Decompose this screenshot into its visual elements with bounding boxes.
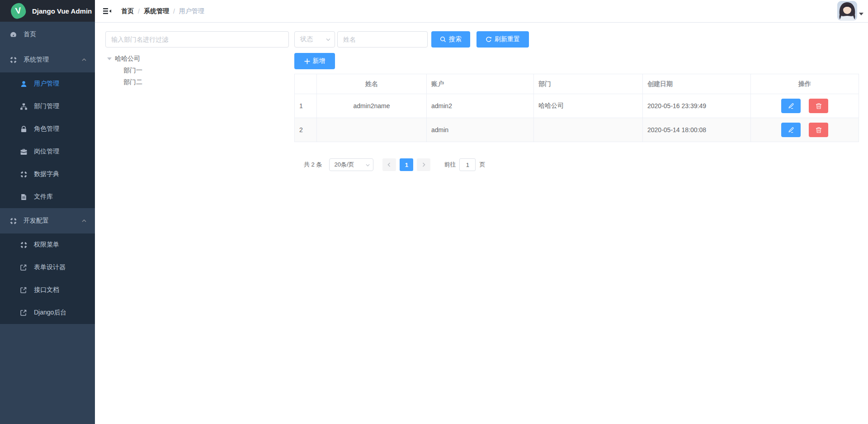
- tree-node-child[interactable]: 部门二: [105, 76, 289, 88]
- cell-index: 2: [295, 118, 317, 142]
- add-button[interactable]: 新增: [294, 53, 335, 69]
- department-panel: 哈哈公司 部门一 部门二: [105, 31, 289, 171]
- briefcase-icon: [19, 148, 28, 156]
- cell-created: 2020-05-16 23:39:49: [643, 94, 751, 118]
- lock-icon: [19, 125, 28, 133]
- component-icon: [9, 56, 17, 64]
- page-number-button[interactable]: 1: [400, 158, 413, 171]
- status-select[interactable]: 状态: [294, 31, 335, 48]
- tree-node-root[interactable]: 哈哈公司: [105, 53, 289, 65]
- sidebar-item-label: 文件库: [34, 193, 53, 201]
- sidebar-item-label: 岗位管理: [34, 148, 59, 156]
- search-button[interactable]: 搜索: [431, 31, 470, 48]
- prev-page-button[interactable]: [382, 158, 396, 171]
- sidebar-item-api-docs[interactable]: 接口文档: [0, 279, 95, 301]
- sidebar-item-label: 表单设计器: [34, 263, 66, 272]
- sidebar-item-roles[interactable]: 角色管理: [0, 118, 95, 140]
- table-row: 2 admin 2020-05-14 18:00:08: [295, 118, 859, 142]
- goto-page-input[interactable]: [459, 158, 476, 171]
- sidebar-item-label: 权限菜单: [34, 241, 59, 249]
- status-select-placeholder: 状态: [300, 35, 313, 43]
- cell-ops: [751, 118, 859, 142]
- sidebar-item-home[interactable]: 首页: [0, 22, 95, 47]
- system-submenu: 用户管理 部门管理 角色管理 岗位管理 数据字典: [0, 72, 95, 208]
- external-link-icon: [19, 309, 28, 317]
- chevron-right-icon: [421, 162, 426, 167]
- pagination: 共 2 条 20条/页 1 前往 页: [294, 158, 859, 171]
- name-search-input[interactable]: [337, 31, 428, 48]
- users-table: 姓名 账户 部门 创建日期 操作 1 admin2name admin2 哈哈公…: [294, 74, 859, 142]
- external-link-icon: [19, 263, 28, 272]
- tree-node-child[interactable]: 部门一: [105, 65, 289, 76]
- sidebar-item-posts[interactable]: 岗位管理: [0, 140, 95, 163]
- sidebar-item-users[interactable]: 用户管理: [0, 72, 95, 95]
- logo-bar: V Django Vue Admin: [0, 0, 95, 22]
- sidebar-section-dev[interactable]: 开发配置: [0, 208, 95, 233]
- header-index: [295, 74, 317, 94]
- department-filter-input[interactable]: [105, 31, 289, 48]
- sidebar-section-system[interactable]: 系统管理: [0, 47, 95, 72]
- breadcrumb-current: 用户管理: [179, 7, 204, 15]
- breadcrumb: 首页 / 系统管理 / 用户管理: [121, 7, 204, 15]
- cell-index: 1: [295, 94, 317, 118]
- sidebar-item-perm-menu[interactable]: 权限菜单: [0, 233, 95, 256]
- header-account: 账户: [427, 74, 534, 94]
- table-header-row: 姓名 账户 部门 创建日期 操作: [295, 74, 859, 94]
- chevron-left-icon: [387, 162, 392, 167]
- edit-pencil-icon: [788, 103, 794, 110]
- sidebar-item-label: 系统管理: [24, 56, 49, 64]
- plus-icon: [304, 58, 310, 64]
- reset-button-label: 刷新重置: [495, 35, 520, 43]
- next-page-button[interactable]: [417, 158, 430, 171]
- edit-pencil-icon: [788, 127, 794, 133]
- sidebar-item-files[interactable]: 文件库: [0, 186, 95, 208]
- page-size-select[interactable]: 20条/页: [329, 158, 373, 171]
- delete-button[interactable]: [809, 123, 828, 137]
- delete-button[interactable]: [809, 99, 828, 113]
- sidebar: V Django Vue Admin 首页 系统管理 用户管理 部门管理: [0, 0, 95, 424]
- pagination-total: 共 2 条: [304, 161, 322, 169]
- breadcrumb-separator: /: [138, 8, 140, 15]
- cell-ops: [751, 94, 859, 118]
- add-button-label: 新增: [313, 57, 326, 65]
- sidebar-item-label: 数据字典: [34, 170, 59, 178]
- org-tree-icon: [19, 102, 28, 110]
- sidebar-item-label: 部门管理: [34, 102, 59, 110]
- top-navbar: 首页 / 系统管理 / 用户管理: [95, 0, 868, 23]
- sidebar-item-departments[interactable]: 部门管理: [0, 95, 95, 118]
- sidebar-item-label: 接口文档: [34, 286, 59, 294]
- edit-button[interactable]: [781, 99, 801, 113]
- caret-down-icon[interactable]: [859, 13, 863, 15]
- chevron-down-icon: [326, 37, 331, 42]
- avatar[interactable]: [837, 1, 857, 21]
- breadcrumb-system[interactable]: 系统管理: [144, 7, 169, 15]
- search-icon: [440, 36, 446, 43]
- header-created: 创建日期: [643, 74, 751, 94]
- refresh-reset-button[interactable]: 刷新重置: [476, 31, 529, 48]
- trash-icon: [816, 127, 822, 133]
- goto-label: 前往: [444, 161, 456, 169]
- sidebar-item-form-designer[interactable]: 表单设计器: [0, 256, 95, 279]
- cell-created: 2020-05-14 18:00:08: [643, 118, 751, 142]
- sidebar-item-label: 首页: [24, 30, 36, 38]
- breadcrumb-home[interactable]: 首页: [121, 7, 134, 15]
- trash-icon: [816, 103, 822, 110]
- app-title: Django Vue Admin: [32, 7, 92, 15]
- sidebar-item-django-admin[interactable]: Django后台: [0, 301, 95, 324]
- user-icon: [19, 80, 28, 88]
- external-link-icon: [19, 286, 28, 294]
- sidebar-item-dict[interactable]: 数据字典: [0, 163, 95, 186]
- header-name: 姓名: [317, 74, 427, 94]
- component-icon: [9, 217, 17, 225]
- cell-account: admin: [427, 118, 534, 142]
- breadcrumb-separator: /: [173, 8, 175, 15]
- chevron-down-icon: [365, 162, 370, 167]
- tree-node-label: 部门二: [123, 78, 142, 86]
- table-row: 1 admin2name admin2 哈哈公司 2020-05-16 23:3…: [295, 94, 859, 118]
- edit-button[interactable]: [781, 123, 801, 137]
- header-dept: 部门: [534, 74, 643, 94]
- sidebar-item-label: 角色管理: [34, 125, 59, 133]
- tree-expand-icon[interactable]: [107, 57, 112, 60]
- sidebar-toggle-button[interactable]: [95, 0, 115, 22]
- avatar-image: [837, 1, 857, 21]
